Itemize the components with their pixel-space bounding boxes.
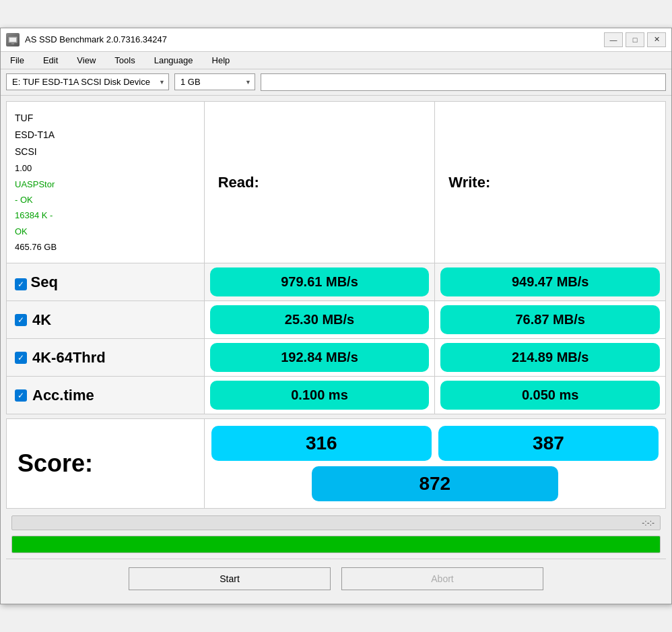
progress-section: -:-:- xyxy=(6,513,666,559)
acctime-checkbox[interactable]: ✓ xyxy=(15,389,27,402)
progress-time: -:-:- xyxy=(642,518,654,528)
size-select-wrapper[interactable]: 1 GB 512 MB 2 GB 4 GB xyxy=(174,73,255,90)
score-row: Score: 316 387 872 xyxy=(7,419,666,509)
seq-read: 979.61 MB/s xyxy=(210,267,430,296)
title-bar: AS SSD Benchmark 2.0.7316.34247 — □ ✕ xyxy=(1,28,671,52)
window-controls: — □ ✕ xyxy=(604,32,666,47)
upper-progress-bar: -:-:- xyxy=(11,515,661,530)
4k64thrd-label: ✓ 4K-64Thrd xyxy=(7,342,204,373)
score-table: Score: 316 387 872 xyxy=(6,418,666,509)
4k-label: ✓ 4K xyxy=(7,305,204,336)
write-header: Write: xyxy=(435,163,516,202)
extra-input[interactable] xyxy=(261,73,666,91)
device-info: TUF ESD-T1A SCSI 1.00 UASPStor - OK 1638… xyxy=(7,102,66,263)
lower-progress-bar xyxy=(11,536,661,553)
device-select[interactable]: E: TUF ESD-T1A SCSI Disk Device xyxy=(6,73,169,90)
menu-tools[interactable]: Tools xyxy=(110,54,139,67)
app-icon xyxy=(6,33,20,46)
read-header: Read: xyxy=(205,163,285,202)
results-table: TUF ESD-T1A SCSI 1.00 UASPStor - OK 1638… xyxy=(6,101,666,415)
close-button[interactable]: ✕ xyxy=(647,32,666,47)
score-write: 387 xyxy=(438,426,659,461)
menu-file[interactable]: File xyxy=(6,54,28,67)
device-select-wrapper[interactable]: E: TUF ESD-T1A SCSI Disk Device xyxy=(6,73,169,90)
window-title: AS SSD Benchmark 2.0.7316.34247 xyxy=(25,34,604,44)
menu-view[interactable]: View xyxy=(73,54,100,67)
toolbar: E: TUF ESD-T1A SCSI Disk Device 1 GB 512… xyxy=(1,69,671,96)
menu-help[interactable]: Help xyxy=(208,54,234,67)
app-window: AS SSD Benchmark 2.0.7316.34247 — □ ✕ Fi… xyxy=(0,28,672,605)
score-total: 872 xyxy=(312,466,558,501)
device-version: 1.00 xyxy=(15,160,58,176)
menu-language[interactable]: Language xyxy=(150,54,197,67)
acctime-read: 0.100 ms xyxy=(210,381,430,410)
4k-checkbox[interactable]: ✓ xyxy=(15,314,27,326)
score-read: 316 xyxy=(211,426,432,461)
4k-read: 25.30 MB/s xyxy=(210,305,430,334)
device-name: TUF ESD-T1A SCSI xyxy=(15,110,58,161)
4k64thrd-row: ✓ 4K-64Thrd 192.84 MB/s 214.89 MB/s xyxy=(7,339,666,377)
4k64thrd-write: 214.89 MB/s xyxy=(440,343,660,372)
device-size: 465.76 GB xyxy=(15,239,58,255)
score-label: Score: xyxy=(7,439,204,488)
4k64thrd-read: 192.84 MB/s xyxy=(210,343,430,372)
svg-rect-2 xyxy=(11,43,14,44)
4k-write: 76.87 MB/s xyxy=(440,305,660,334)
4k64thrd-checkbox[interactable]: ✓ xyxy=(15,352,27,364)
maximize-button[interactable]: □ xyxy=(626,32,644,47)
seq-checkbox[interactable]: ✓ xyxy=(15,278,27,290)
lower-progress-fill xyxy=(12,536,660,552)
size-select[interactable]: 1 GB 512 MB 2 GB 4 GB xyxy=(174,73,255,90)
minimize-button[interactable]: — xyxy=(604,32,623,47)
header-row: TUF ESD-T1A SCSI 1.00 UASPStor - OK 1638… xyxy=(7,101,666,263)
device-cache: 16384 K - OK xyxy=(15,208,58,239)
4k-row: ✓ 4K 25.30 MB/s 76.87 MB/s xyxy=(7,301,666,339)
main-content: TUF ESD-T1A SCSI 1.00 UASPStor - OK 1638… xyxy=(1,96,671,604)
seq-label: ✓ Seq xyxy=(7,267,204,298)
device-uasp: UASPStor - OK xyxy=(15,177,58,208)
menu-bar: File Edit View Tools Language Help xyxy=(1,52,671,69)
seq-write: 949.47 MB/s xyxy=(440,267,660,296)
seq-row: ✓ Seq 979.61 MB/s 949.47 MB/s xyxy=(7,263,666,301)
acctime-label: ✓ Acc.time xyxy=(7,380,204,411)
bottom-buttons: Start Abort xyxy=(6,559,666,598)
start-button[interactable]: Start xyxy=(129,567,331,590)
acctime-row: ✓ Acc.time 0.100 ms 0.050 ms xyxy=(7,377,666,414)
menu-edit[interactable]: Edit xyxy=(39,54,62,67)
acctime-write: 0.050 ms xyxy=(440,381,660,410)
abort-button[interactable]: Abort xyxy=(341,567,543,590)
svg-rect-1 xyxy=(9,38,16,42)
